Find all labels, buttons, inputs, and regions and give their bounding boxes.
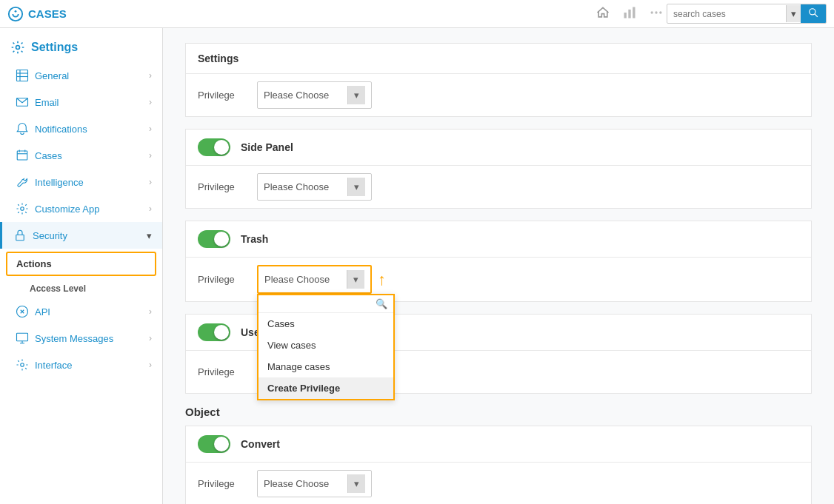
trash-dropdown: 🔍 Cases View cases Manage cases Create P…	[257, 294, 395, 400]
trash-select-text: Please Choose	[264, 274, 347, 285]
sidebar-item-interface-arrow: ›	[149, 360, 152, 370]
search-input[interactable]	[667, 6, 786, 22]
settings-section: Settings Privilege Please Choose ▾	[185, 43, 812, 117]
svg-point-20	[21, 207, 24, 211]
svg-rect-16	[17, 151, 27, 160]
dropdown-item-manage-cases[interactable]: Manage cases	[258, 356, 393, 377]
bell-icon	[16, 122, 29, 135]
useful-links-privilege-label: Privilege	[198, 366, 257, 377]
security-chevron-down-icon: ▾	[147, 230, 152, 241]
sidebar-item-cases-arrow: ›	[149, 150, 152, 161]
side-panel-toggle[interactable]	[198, 138, 230, 156]
svg-point-7	[659, 11, 661, 13]
convert-block: Convert Privilege Please Choose ▾	[185, 426, 812, 504]
trash-toggle[interactable]	[198, 230, 230, 248]
sidebar-item-system-messages-label: System Messages	[35, 333, 149, 344]
sys-icon	[16, 332, 29, 345]
sidebar-item-email[interactable]: Email ›	[0, 89, 162, 115]
settings-section-title: Settings	[198, 53, 238, 64]
home-icon[interactable]	[593, 2, 613, 25]
svg-rect-11	[17, 70, 28, 81]
dropdown-item-cases[interactable]: Cases	[258, 313, 393, 335]
sidebar: Settings General › Email › Notifications…	[0, 28, 163, 504]
sidebar-item-notifications[interactable]: Notifications ›	[0, 115, 162, 142]
svg-point-6	[655, 11, 657, 13]
settings-select-arrow[interactable]: ▾	[347, 86, 365, 104]
side-panel-select-arrow[interactable]: ▾	[347, 178, 365, 196]
object-section: Object Convert Privilege Please Choose ▾	[185, 406, 812, 504]
sidebar-item-notifications-arrow: ›	[149, 124, 152, 134]
sidebar-item-customize[interactable]: Customize App ›	[0, 195, 162, 222]
side-panel-title: Side Panel	[241, 141, 293, 153]
sidebar-item-general[interactable]: General ›	[0, 62, 162, 89]
trash-select-arrow[interactable]: ▾	[347, 270, 364, 289]
object-section-title: Object	[185, 406, 812, 418]
side-panel-select-text: Please Choose	[264, 181, 347, 192]
arrow-indicator: ↑	[378, 270, 386, 289]
search-box[interactable]: ▾	[667, 4, 827, 24]
sidebar-item-api[interactable]: API ›	[0, 298, 162, 325]
dropdown-search-row: 🔍	[258, 295, 393, 313]
convert-select[interactable]: Please Choose ▾	[257, 470, 372, 497]
settings-privilege-select[interactable]: Please Choose ▾	[257, 81, 372, 109]
sidebar-item-api-arrow: ›	[149, 306, 152, 317]
sidebar-item-security[interactable]: Security ▾	[0, 222, 162, 249]
search-button[interactable]	[801, 4, 826, 23]
svg-point-0	[9, 7, 22, 20]
cases-icon	[16, 149, 29, 162]
app-logo[interactable]: CASES	[7, 6, 67, 22]
trash-privilege-select[interactable]: Please Choose ▾ 🔍 Cases View cases Manag…	[257, 265, 372, 294]
svg-point-1	[15, 10, 17, 12]
sidebar-item-system-messages[interactable]: System Messages ›	[0, 325, 162, 352]
svg-point-8	[810, 9, 815, 15]
sidebar-item-cases[interactable]: Cases ›	[0, 142, 162, 169]
table-icon	[16, 69, 29, 82]
convert-toggle[interactable]	[198, 435, 230, 453]
sidebar-header: Settings	[0, 28, 162, 62]
svg-rect-22	[17, 333, 28, 341]
settings-privilege-label: Privilege	[198, 90, 257, 101]
convert-privilege-row: Privilege Please Choose ▾	[186, 463, 811, 504]
trash-title: Trash	[241, 233, 268, 245]
sidebar-item-security-label: Security	[33, 230, 144, 241]
interface-icon	[16, 358, 29, 372]
sidebar-item-email-arrow: ›	[149, 97, 152, 107]
svg-point-10	[16, 46, 20, 50]
side-panel-privilege-select[interactable]: Please Choose ▾	[257, 173, 372, 201]
settings-select-text: Please Choose	[264, 90, 347, 101]
sidebar-item-intelligence[interactable]: Intelligence ›	[0, 169, 162, 195]
sidebar-item-actions[interactable]: Actions	[6, 252, 156, 276]
email-icon	[16, 95, 29, 109]
convert-select-text: Please Choose	[264, 478, 347, 489]
sidebar-item-customize-label: Customize App	[35, 204, 149, 215]
more-icon[interactable]	[646, 2, 667, 25]
sidebar-item-email-label: Email	[35, 97, 149, 108]
customize-icon	[16, 202, 29, 215]
svg-rect-3	[628, 10, 630, 19]
svg-rect-2	[624, 13, 627, 19]
sidebar-item-notifications-label: Notifications	[35, 124, 149, 135]
sidebar-item-general-arrow: ›	[149, 70, 152, 81]
dropdown-item-create-privilege[interactable]: Create Privilege	[258, 377, 393, 399]
side-panel-privilege-row: Privilege Please Choose ▾	[186, 166, 811, 208]
svg-point-5	[651, 11, 653, 13]
convert-privilege-label: Privilege	[198, 478, 257, 489]
search-dropdown-btn[interactable]: ▾	[786, 5, 801, 22]
sidebar-item-interface[interactable]: Interface ›	[0, 352, 162, 378]
side-panel-privilege-label: Privilege	[198, 181, 257, 192]
wrench-icon	[16, 175, 29, 189]
logo-icon	[7, 6, 24, 22]
useful-links-toggle[interactable]	[198, 323, 230, 341]
main-content: Settings Privilege Please Choose ▾	[163, 28, 834, 504]
dropdown-search-input[interactable]	[264, 299, 376, 309]
dropdown-item-view-cases[interactable]: View cases	[258, 335, 393, 356]
lock-icon	[13, 229, 27, 242]
sidebar-settings-label: Settings	[31, 41, 78, 54]
convert-select-arrow[interactable]: ▾	[347, 474, 365, 493]
chart-icon[interactable]	[619, 2, 640, 25]
settings-header-icon	[10, 40, 25, 55]
sidebar-item-actions-label: Actions	[16, 258, 146, 269]
trash-privilege-label: Privilege	[198, 274, 257, 285]
sidebar-item-intelligence-arrow: ›	[149, 177, 152, 187]
svg-point-23	[21, 363, 24, 367]
